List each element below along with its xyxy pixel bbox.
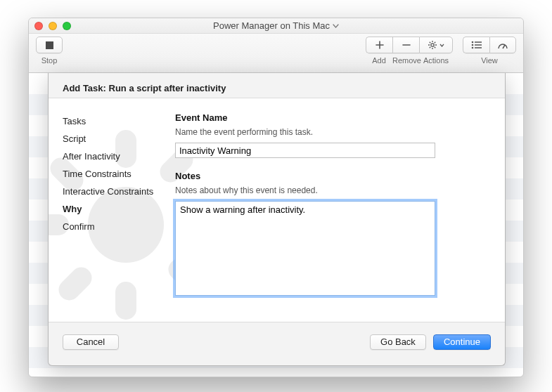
view-activity-button[interactable]: [489, 37, 516, 53]
svg-line-7: [430, 47, 430, 48]
toolbar-view-seg: [463, 37, 516, 53]
notes-field: Notes Notes about why this event is need…: [175, 171, 491, 298]
go-back-button[interactable]: Go Back: [370, 334, 426, 350]
sheet-body: Tasks Script After Inactivity Time Const…: [49, 98, 505, 322]
event-name-input[interactable]: [175, 143, 435, 158]
sheet-header-prefix: Add Task:: [63, 83, 106, 93]
stop-icon: [46, 41, 53, 49]
event-name-label: Event Name: [175, 112, 491, 123]
toolbar-stop-group: Stop: [36, 37, 63, 65]
toolbar-edit-labels: Add Remove Actions: [366, 53, 453, 65]
sheet-header-task: Run a script after inactivity: [109, 83, 226, 93]
window-controls: [34, 22, 71, 30]
event-name-field: Event Name Name the event performing thi…: [175, 112, 491, 158]
actions-button-label: Actions: [419, 56, 453, 65]
svg-point-0: [431, 44, 434, 46]
step-why[interactable]: Why: [63, 200, 168, 218]
stop-button[interactable]: [36, 37, 63, 53]
step-time-constraints[interactable]: Time Constraints: [63, 165, 168, 183]
plus-icon: [375, 40, 385, 50]
add-button[interactable]: [366, 37, 392, 53]
list-icon: [471, 41, 482, 49]
gauge-icon: [497, 41, 508, 49]
minus-icon: [402, 40, 411, 50]
svg-point-9: [471, 41, 473, 44]
notes-textarea[interactable]: [175, 201, 435, 296]
remove-button-label: Remove: [392, 56, 419, 65]
svg-line-8: [435, 42, 435, 43]
toolbar-view-group: View: [463, 37, 516, 65]
continue-button[interactable]: Continue: [433, 334, 491, 350]
svg-line-15: [503, 45, 505, 48]
zoom-window-button[interactable]: [63, 22, 71, 30]
stop-button-label: Stop: [41, 56, 58, 65]
svg-point-11: [471, 47, 473, 49]
window-title-text: Power Manager on This Mac: [213, 20, 330, 31]
toolbar: Stop Add Rem: [29, 34, 523, 73]
actions-button[interactable]: [419, 37, 453, 53]
chevron-down-icon[interactable]: [333, 24, 339, 28]
gear-icon: [428, 40, 437, 50]
svg-point-10: [471, 44, 473, 46]
notes-desc: Notes about why this event is needed.: [175, 185, 491, 195]
window-title: Power Manager on This Mac: [29, 20, 523, 31]
step-script[interactable]: Script: [63, 130, 168, 148]
minimize-window-button[interactable]: [49, 22, 57, 30]
view-list-button[interactable]: [463, 37, 489, 53]
app-window: Power Manager on This Mac Stop: [28, 18, 524, 377]
cancel-button[interactable]: Cancel: [63, 334, 119, 350]
step-tasks[interactable]: Tasks: [63, 112, 168, 130]
toolbar-edit-group: Add Remove Actions: [366, 37, 453, 65]
step-interactive-constraints[interactable]: Interactive Constraints: [63, 183, 168, 200]
close-window-button[interactable]: [34, 22, 43, 30]
remove-button[interactable]: [392, 37, 419, 53]
sheet-header: Add Task: Run a script after inactivity: [49, 73, 505, 98]
view-button-label: View: [463, 56, 516, 65]
svg-line-6: [435, 47, 435, 48]
add-button-label: Add: [366, 56, 392, 65]
step-list: Tasks Script After Inactivity Time Const…: [63, 112, 175, 308]
chevron-down-icon: [439, 44, 444, 47]
titlebar: Power Manager on This Mac: [29, 18, 523, 34]
notes-label: Notes: [175, 171, 491, 181]
toolbar-edit-seg: [366, 37, 453, 53]
event-name-desc: Name the event performing this task.: [175, 127, 491, 137]
step-after-inactivity[interactable]: After Inactivity: [63, 148, 168, 165]
sheet-footer: Cancel Go Back Continue: [49, 322, 505, 361]
task-sheet: Add Task: Run a script after inactivity: [48, 73, 506, 366]
step-confirm[interactable]: Confirm: [63, 218, 168, 235]
why-form: Event Name Name the event performing thi…: [175, 112, 491, 308]
svg-line-5: [430, 42, 430, 43]
